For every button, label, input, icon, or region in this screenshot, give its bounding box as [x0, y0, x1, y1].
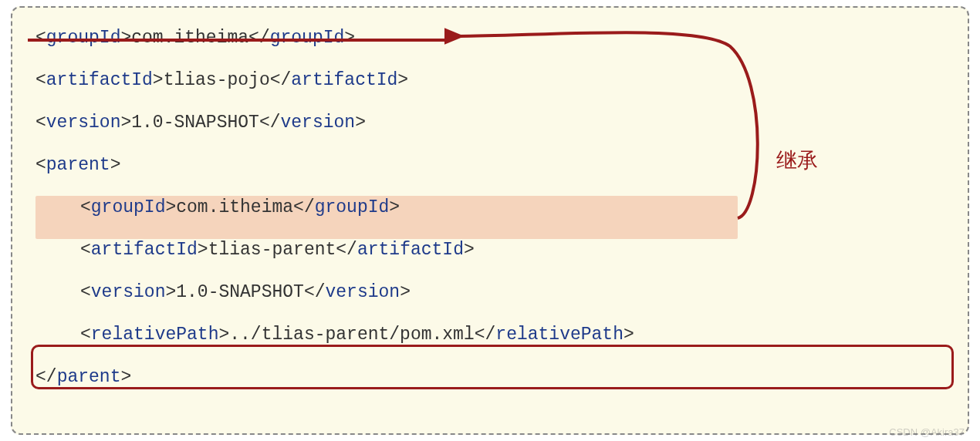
emphasis-box: [31, 345, 954, 389]
code-line-version: <version>1.0-SNAPSHOT</version>: [35, 102, 945, 144]
code-line-artifactid: <artifactId>tlias-pojo</artifactId>: [35, 59, 945, 102]
code-line-parent-artifactid: <artifactId>tlias-parent</artifactId>: [35, 229, 945, 271]
strikethrough-line: [28, 39, 451, 42]
watermark-text: CSDN @Akira37: [889, 426, 965, 438]
code-line-parent-version: <version>1.0-SNAPSHOT</version>: [35, 271, 945, 314]
xml-code-content: <groupId>com.itheima</groupId> <artifact…: [35, 17, 945, 399]
annotation-label: 继承: [776, 146, 818, 174]
code-line-parent-groupid: <groupId>com.itheima</groupId>: [35, 187, 945, 229]
code-block-container: 继承 <groupId>com.itheima</groupId> <artif…: [11, 6, 969, 435]
